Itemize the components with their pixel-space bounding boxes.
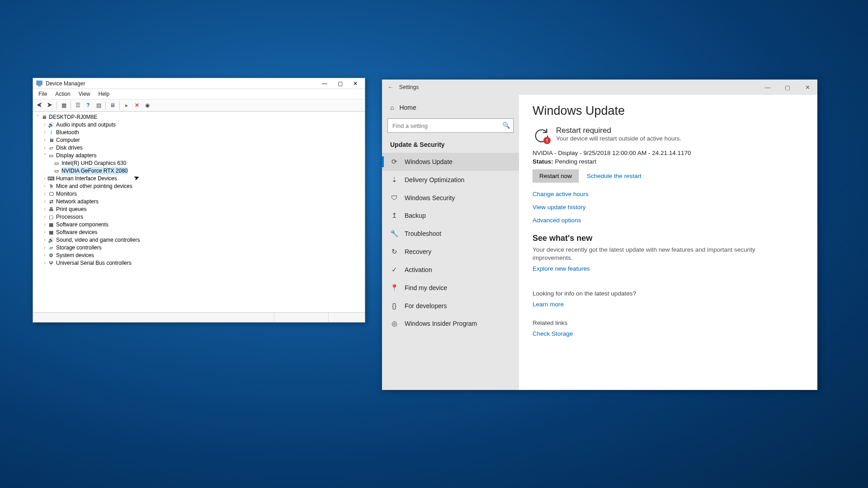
restart-status: ! Restart required Your device will rest… [533,126,804,143]
expand-icon[interactable]: › [42,236,47,244]
expand-icon[interactable]: › [42,129,47,136]
tree-node[interactable]: ›▢Processors [35,213,363,221]
expand-icon[interactable]: ˅ [35,113,40,121]
nav-for-developers[interactable]: {}For developers [382,297,519,314]
uninstall-button[interactable]: ✕ [132,100,142,110]
tree-root[interactable]: ˅ 🖥 DESKTOP-RJ0M8E [35,113,363,121]
back-button[interactable]: ⮜ [34,100,44,110]
expand-icon[interactable]: › [42,221,47,228]
tree-node[interactable]: ›ΨUniversal Serial Bus controllers [35,259,363,267]
expand-icon[interactable]: › [42,144,47,151]
nav-windows-security[interactable]: 🛡Windows Security [382,189,519,206]
tree-node[interactable]: ›🖶Print queues [35,205,363,213]
nav-windows-update[interactable]: ⟳Windows Update [382,153,519,171]
explore-features-link[interactable]: Explore new features [533,265,590,272]
nav-insider-program[interactable]: ◎Windows Insider Program [382,314,519,333]
expand-icon[interactable]: › [42,213,47,221]
enable-button[interactable]: ◉ [142,100,152,110]
maximize-button[interactable]: ▢ [778,80,797,94]
list-button[interactable]: ▤ [94,100,104,110]
schedule-restart-link[interactable]: Schedule the restart [587,173,642,179]
properties-button[interactable]: ☰ [73,100,83,110]
tree-node[interactable]: ›⇄Network adapters [35,197,363,205]
status-bar [33,312,365,322]
expand-icon[interactable]: › [42,229,47,236]
nav-recovery[interactable]: ↻Recovery [382,243,519,261]
tree-node[interactable]: ›⌨Human Interface Devices [35,174,363,182]
tree-node[interactable]: ›▦Software components [35,221,363,228]
advanced-options-link[interactable]: Advanced options [533,217,804,224]
tree-node[interactable]: ›▱Storage controllers [35,244,363,251]
close-button[interactable]: ✕ [797,80,817,94]
view-update-history-link[interactable]: View update history [533,204,804,211]
expand-icon[interactable]: › [42,175,47,182]
nav-troubleshoot[interactable]: 🔧Troubleshoot [382,225,519,243]
minimize-button[interactable]: — [317,79,332,88]
menu-view[interactable]: View [75,90,94,98]
device-tree[interactable]: ˅ 🖥 DESKTOP-RJ0M8E ›🔊Audio inputs and ou… [33,112,365,312]
nav-delivery-optimization[interactable]: ⇣Delivery Optimization [382,171,519,189]
nav-find-my-device[interactable]: 📍Find my device [382,279,519,297]
close-button[interactable]: ✕ [348,79,363,88]
expand-icon[interactable]: › [42,259,47,267]
tree-node[interactable]: ›🖱Mice and other pointing devices [35,182,363,190]
home-button[interactable]: ⌂ Home [382,99,519,116]
help-button[interactable]: ? [83,100,93,110]
menu-help[interactable]: Help [95,90,113,98]
minimize-button[interactable]: — [758,80,778,94]
maximize-button[interactable]: ▢ [332,79,348,88]
tree-leaf-intel[interactable]: ▭Intel(R) UHD Graphics 630 [35,159,363,167]
menu-file[interactable]: File [35,90,51,98]
tree-node[interactable]: ›🔊Sound, video and game controllers [35,236,363,244]
tree-node-display[interactable]: ˅▭Display adapters [35,151,363,159]
tree-node[interactable]: ›🖵Monitors [35,190,363,197]
titlebar[interactable]: Device Manager — ▢ ✕ [33,78,365,89]
svg-rect-1 [38,85,41,86]
change-active-hours-link[interactable]: Change active hours [533,191,804,197]
settings-window: ← Settings — ▢ ✕ ⌂ Home 🔍 Update & Secur… [382,80,817,390]
forward-button[interactable]: ⮞ [45,100,55,110]
expand-icon[interactable]: › [42,198,47,205]
expand-icon[interactable]: › [42,183,47,190]
show-hide-tree-button[interactable]: ▦ [59,100,69,110]
usb-icon: Ψ [47,260,55,266]
search-field[interactable]: 🔍 [387,118,514,133]
check-storage-link[interactable]: Check Storage [533,330,573,337]
tree-node[interactable]: ›🔊Audio inputs and outputs [35,121,363,128]
monitor-icon: 🖵 [47,191,55,197]
expand-icon[interactable]: › [42,252,47,259]
sync-icon: ⟳ [390,158,398,166]
back-button[interactable]: ← [382,84,399,91]
sound-icon: 🔊 [47,237,55,243]
page-title: Windows Update [533,104,804,118]
tree-leaf-nvidia[interactable]: ▭NVIDIA GeForce RTX 2080 [35,167,363,174]
tree-node[interactable]: ›🖥Computer [35,136,363,144]
shield-icon: 🛡 [390,194,398,202]
collapse-icon[interactable]: ˅ [42,152,47,159]
expand-icon[interactable]: › [42,244,47,251]
tree-node[interactable]: ›⚙System devices [35,251,363,259]
titlebar[interactable]: ← Settings — ▢ ✕ [382,80,817,95]
update-driver-button[interactable]: ▸ [122,100,132,110]
restart-now-button[interactable]: Restart now [533,169,579,183]
nav-activation[interactable]: ✓Activation [382,261,519,279]
scan-button[interactable]: 🖥 [108,100,118,110]
search-input[interactable] [387,118,514,133]
tree-node[interactable]: ›▦Software devices [35,228,363,236]
window-title: Device Manager [46,80,317,87]
wrench-icon: 🔧 [390,230,398,238]
nav-backup[interactable]: ↥Backup [382,206,519,225]
software-icon: ▦ [47,229,55,235]
expand-icon[interactable]: › [42,190,47,197]
tree-node[interactable]: ›▱Disk drives [35,144,363,151]
expand-icon[interactable]: › [42,136,47,144]
gpu-icon: ▭ [53,168,60,174]
display-adapter-icon: ▭ [47,152,55,159]
menu-action[interactable]: Action [52,90,74,98]
expand-icon[interactable]: › [42,206,47,213]
tree-node[interactable]: ›ᚼBluetooth [35,128,363,136]
network-icon: ⇄ [47,198,55,205]
restart-icon: ! [533,126,550,143]
expand-icon[interactable]: › [42,121,47,128]
learn-more-link[interactable]: Learn more [533,301,564,308]
